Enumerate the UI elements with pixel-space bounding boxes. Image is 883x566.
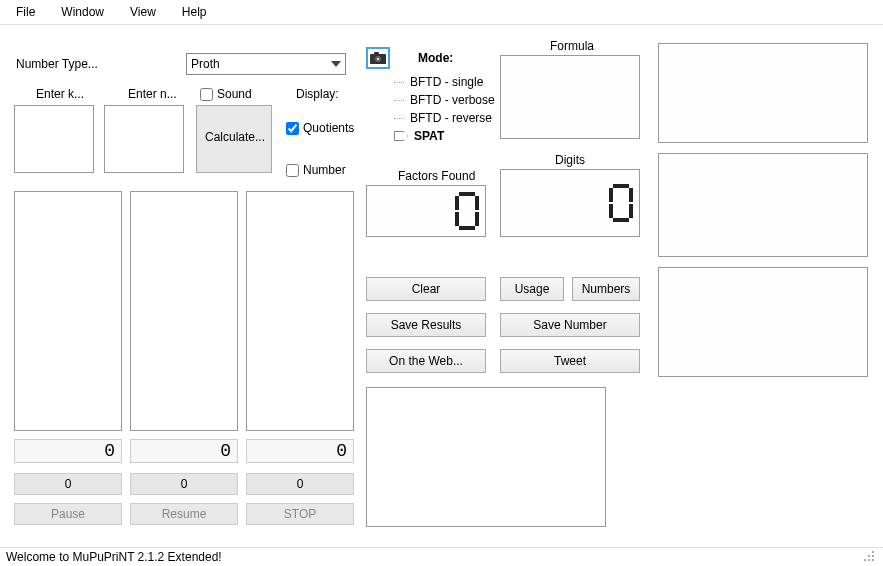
zero-button-col2[interactable]: 0 xyxy=(246,473,354,495)
display-label: Display: xyxy=(296,87,339,101)
svg-rect-1 xyxy=(374,52,379,55)
mode-tree: BFTD - single BFTD - verbose BFTD - reve… xyxy=(394,73,514,145)
mode-item-label: SPAT xyxy=(414,129,444,143)
content-area: Number Type... Proth Enter k... Enter n.… xyxy=(0,25,883,551)
svg-rect-5 xyxy=(459,226,475,230)
zero-button-col1[interactable]: 0 xyxy=(130,473,238,495)
number-type-value: Proth xyxy=(191,57,220,71)
mode-item-label: BFTD - reverse xyxy=(410,111,492,125)
factors-found-label: Factors Found xyxy=(398,169,475,183)
save-number-button[interactable]: Save Number xyxy=(500,313,640,337)
resume-button[interactable]: Resume xyxy=(130,503,238,525)
mode-item-label: BFTD - verbose xyxy=(410,93,495,107)
output-panel-3 xyxy=(658,267,868,377)
menu-view[interactable]: View xyxy=(122,3,164,21)
quotients-checkbox-input[interactable] xyxy=(286,122,299,135)
calculate-button[interactable]: Calculate... xyxy=(196,105,272,173)
mode-item-bftd-single[interactable]: BFTD - single xyxy=(394,73,514,91)
on-the-web-button[interactable]: On the Web... xyxy=(366,349,486,373)
number-checkbox[interactable]: Number xyxy=(286,163,346,177)
svg-rect-7 xyxy=(475,196,479,210)
status-text: Welcome to MuPuPriNT 2.1.2 Extended! xyxy=(6,550,222,564)
pause-button[interactable]: Pause xyxy=(14,503,122,525)
digits-display xyxy=(500,169,640,237)
tweet-button[interactable]: Tweet xyxy=(500,349,640,373)
number-checkbox-input[interactable] xyxy=(286,164,299,177)
mode-item-bftd-verbose[interactable]: BFTD - verbose xyxy=(394,91,514,109)
menu-help[interactable]: Help xyxy=(174,3,215,21)
svg-rect-14 xyxy=(609,204,613,218)
sound-checkbox[interactable]: Sound xyxy=(200,87,252,101)
menubar: File Window View Help xyxy=(0,0,883,25)
resize-grip-icon[interactable] xyxy=(863,550,877,564)
camera-icon xyxy=(370,52,386,64)
sound-label: Sound xyxy=(217,87,252,101)
menu-file[interactable]: File xyxy=(8,3,43,21)
camera-button[interactable] xyxy=(366,47,390,69)
mode-item-bftd-reverse[interactable]: BFTD - reverse xyxy=(394,109,514,127)
numbers-button[interactable]: Numbers xyxy=(572,277,640,301)
svg-rect-10 xyxy=(613,184,629,188)
number-label: Number xyxy=(303,163,346,177)
readout-col1: 0 xyxy=(130,439,238,463)
formula-label: Formula xyxy=(550,39,594,53)
quotients-label: Quotients xyxy=(303,121,354,135)
readout-col0: 0 xyxy=(14,439,122,463)
zero-button-col0[interactable]: 0 xyxy=(14,473,122,495)
list-pane-2[interactable] xyxy=(130,191,238,431)
number-type-label: Number Type... xyxy=(16,57,98,71)
svg-point-3 xyxy=(377,58,379,60)
factors-found-display xyxy=(366,185,486,237)
stop-button[interactable]: STOP xyxy=(246,503,354,525)
svg-rect-13 xyxy=(629,188,633,202)
usage-button[interactable]: Usage xyxy=(500,277,564,301)
svg-rect-9 xyxy=(475,212,479,226)
digits-label: Digits xyxy=(555,153,585,167)
status-bar: Welcome to MuPuPriNT 2.1.2 Extended! xyxy=(0,547,883,566)
svg-rect-4 xyxy=(459,192,475,196)
bottom-output-pane[interactable] xyxy=(366,387,606,527)
cursor-icon xyxy=(394,131,408,141)
menu-window[interactable]: Window xyxy=(53,3,112,21)
svg-rect-12 xyxy=(609,188,613,202)
chevron-down-icon xyxy=(331,61,341,67)
svg-rect-6 xyxy=(455,196,459,210)
list-pane-1[interactable] xyxy=(14,191,122,431)
quotients-checkbox[interactable]: Quotients xyxy=(286,121,354,135)
mode-label: Mode: xyxy=(418,51,453,65)
calculate-label: Calculate... xyxy=(205,130,265,144)
enter-k-label: Enter k... xyxy=(36,87,84,101)
svg-rect-11 xyxy=(613,218,629,222)
formula-display xyxy=(500,55,640,139)
svg-rect-8 xyxy=(455,212,459,226)
clear-button[interactable]: Clear xyxy=(366,277,486,301)
output-panel-2 xyxy=(658,153,868,257)
save-results-button[interactable]: Save Results xyxy=(366,313,486,337)
enter-n-label: Enter n... xyxy=(128,87,177,101)
enter-n-input[interactable] xyxy=(104,105,184,173)
sound-checkbox-input[interactable] xyxy=(200,88,213,101)
readout-col2: 0 xyxy=(246,439,354,463)
seven-seg-zero-icon xyxy=(453,190,481,232)
mode-item-spat[interactable]: SPAT xyxy=(394,127,514,145)
mode-item-label: BFTD - single xyxy=(410,75,483,89)
svg-rect-15 xyxy=(629,204,633,218)
number-type-combo[interactable]: Proth xyxy=(186,53,346,75)
enter-k-input[interactable] xyxy=(14,105,94,173)
list-pane-3[interactable] xyxy=(246,191,354,431)
output-panel-1 xyxy=(658,43,868,143)
seven-seg-zero-icon xyxy=(607,182,635,224)
